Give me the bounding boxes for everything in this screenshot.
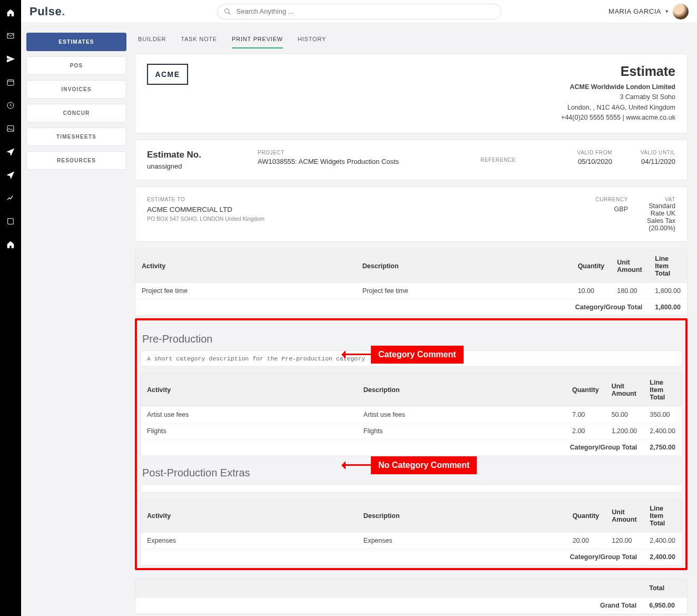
image-icon[interactable] [6, 124, 15, 133]
sidebar-item-concur[interactable]: CONCUR [26, 104, 126, 122]
vat-value-1: Standard [628, 202, 675, 210]
table-row: Flights Flights 2.00 1,200.00 2,400.00 [141, 423, 682, 439]
project-label: PROJECT [258, 150, 470, 155]
grand-total-label: Grand Total [135, 597, 643, 613]
th-quantity: Quantity [566, 500, 606, 533]
group-total-row: Category/Group Total 2,750.00 [141, 439, 682, 455]
vat-value-4: (20.00%) [628, 224, 675, 232]
cell-activity: Artist use fees [141, 406, 357, 423]
company-contact: +44(0)20 5555 5555 | www.acme.co.uk [561, 113, 675, 123]
chart-icon[interactable] [6, 194, 15, 202]
cell-unit: 1,200.00 [605, 423, 644, 439]
document-title: Estimate [561, 64, 675, 79]
search-wrap [217, 4, 502, 19]
home2-icon[interactable] [6, 240, 15, 249]
th-quantity: Quantity [566, 374, 605, 407]
brand-text: Pulse [30, 5, 62, 18]
estimate-no-value: unassigned [147, 162, 247, 170]
currency-label: CURRENCY [581, 197, 628, 202]
vat-value-3: Sales Tax [628, 217, 675, 224]
annotation-tag-2: No Category Comment [371, 456, 477, 474]
location2-icon[interactable] [6, 171, 15, 179]
arrow-icon [342, 464, 371, 466]
th-quantity: Quantity [572, 250, 611, 283]
vat-label: VAT [628, 197, 675, 202]
cell-quantity: 7.00 [566, 406, 605, 423]
company-addr1: 3 Carnaby St Soho [561, 92, 675, 102]
clock-icon[interactable] [6, 101, 15, 110]
estimate-to-panel: ESTIMATE TO ACME COMMERCIAL LTD PO BOX 5… [135, 187, 688, 242]
th-unit: Unit Amount [611, 250, 649, 283]
grand-total-row: Grand Total 6,950.00 [135, 597, 687, 613]
company-addr2: London, , N1C 4AG, United Kingdom [561, 103, 675, 113]
tab-history[interactable]: HISTORY [298, 33, 326, 48]
arrow-icon [342, 354, 371, 355]
th-description: Description [356, 250, 572, 283]
annotation-callout-1: Category Comment [342, 346, 464, 364]
grand-total-value: 6,950.00 [643, 597, 687, 613]
cell-activity: Expenses [141, 532, 357, 549]
th-activity: Activity [141, 374, 357, 407]
table-row: Artist use fees Artist use fees 7.00 50.… [141, 406, 682, 423]
cell-unit: 180.00 [611, 282, 649, 299]
cell-unit: 120.00 [605, 532, 643, 549]
mail-icon[interactable] [6, 32, 15, 40]
project-value: AW1038555: ACME Widgets Production Costs [258, 158, 470, 165]
cell-quantity: 10.00 [572, 282, 611, 299]
currency-value: GBP [581, 206, 628, 213]
sidebar-item-estimates[interactable]: ESTIMATES [26, 33, 126, 51]
tab-print-preview[interactable]: PRINT PREVIEW [232, 33, 283, 48]
calendar-icon[interactable] [6, 78, 15, 86]
sidebar-item-timesheets[interactable]: TIMESHEETS [26, 128, 126, 146]
user-name: MARIA GARCIA [608, 7, 661, 15]
cell-description: Flights [357, 423, 566, 439]
section-title-pre: Pre-Production [142, 333, 680, 345]
search-input[interactable] [217, 4, 502, 19]
category-comment-post [140, 484, 682, 493]
reference-label: REFERENCE [480, 157, 549, 163]
cat-total-value: 1,800.00 [649, 299, 687, 315]
cat-total-value: 2,750.00 [643, 439, 682, 455]
annotation-callout-2: No Category Comment [342, 456, 477, 474]
valid-from-value: 05/10/2020 [559, 158, 612, 165]
location-icon[interactable] [6, 148, 15, 156]
annotation-highlight: Category Comment No Category Comment Pre… [135, 318, 688, 570]
cell-description: Artist use fees [357, 406, 566, 423]
th-activity: Activity [135, 250, 356, 283]
tab-task-note[interactable]: TASK NOTE [181, 33, 217, 48]
cell-unit: 50.00 [605, 406, 644, 423]
th-description: Description [357, 374, 566, 407]
send-icon[interactable] [6, 55, 15, 63]
topbar: Pulse. MARIA GARCIA ▾ [21, 0, 697, 23]
content: BUILDER TASK NOTE PRINT PREVIEW HISTORY … [132, 23, 697, 616]
cell-activity: Flights [141, 423, 357, 439]
sidebar-item-pos[interactable]: POS [26, 56, 126, 75]
sidebar-item-invoices[interactable]: INVOICES [26, 80, 126, 99]
sidebar-item-resources[interactable]: RESOURCES [26, 151, 126, 170]
cat-total-label: Category/Group Total [135, 299, 649, 315]
group-total-row: Category/Group Total 1,800.00 [135, 299, 687, 315]
sidebar: ESTIMATES POS INVOICES CONCUR TIMESHEETS… [21, 23, 132, 616]
book-icon[interactable] [6, 217, 15, 226]
estimate-no-label: Estimate No. [147, 150, 247, 160]
cat-total-value: 2,400.00 [643, 549, 682, 565]
cell-description: Expenses [357, 532, 566, 549]
cell-total: 2,400.00 [643, 532, 682, 549]
home-icon[interactable] [6, 8, 15, 17]
user-menu[interactable]: MARIA GARCIA ▾ [608, 4, 689, 19]
th-total: Line Item Total [649, 250, 687, 283]
cat-total-label: Category/Group Total [141, 439, 643, 455]
company-logo: ACME [147, 64, 188, 85]
th-description: Description [357, 500, 566, 533]
grand-total-panel: Total Grand Total 6,950.00 [135, 579, 688, 614]
cell-quantity: 20.00 [566, 532, 606, 549]
tab-builder[interactable]: BUILDER [138, 33, 166, 48]
header-panel: ACME Estimate ACME Worldwide London Limi… [135, 54, 688, 133]
group-total-row: Category/Group Total 2,400.00 [141, 549, 682, 565]
valid-until-label: VALID UNTIL [623, 150, 675, 155]
estimate-to-name: ACME COMMERCIAL LTD [147, 206, 581, 213]
search-icon [223, 7, 232, 16]
th-grand-total: Total [643, 579, 687, 598]
valid-until-value: 04/11/2020 [623, 158, 675, 165]
cat-total-label: Category/Group Total [141, 549, 643, 565]
